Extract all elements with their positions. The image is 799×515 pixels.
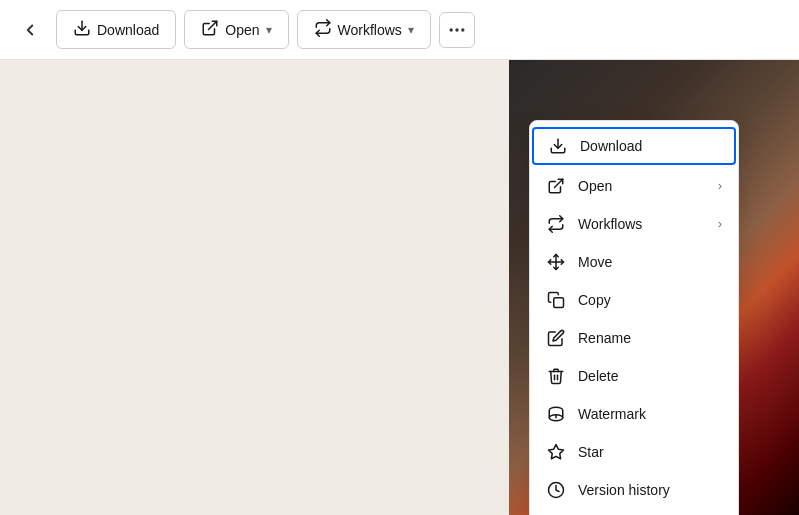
menu-workflows-label: Workflows [578, 216, 642, 232]
version-history-icon [546, 481, 566, 499]
menu-item-delete[interactable]: Delete [530, 357, 738, 395]
download-label: Download [97, 22, 159, 38]
open-icon [201, 19, 219, 40]
workflows-icon [314, 19, 332, 40]
star-icon [546, 443, 566, 461]
svg-point-3 [455, 28, 458, 31]
watermark-icon [546, 405, 566, 423]
workflows-chevron-icon: ▾ [408, 23, 414, 37]
open-submenu-chevron: › [718, 179, 722, 193]
workflows-label: Workflows [338, 22, 402, 38]
menu-open-label: Open [578, 178, 612, 194]
menu-item-version-history[interactable]: Version history [530, 471, 738, 509]
main-content: Download Open › [0, 60, 799, 515]
download-menu-icon [548, 137, 568, 155]
svg-point-2 [449, 28, 452, 31]
rename-icon [546, 329, 566, 347]
download-icon [73, 19, 91, 40]
menu-watermark-label: Watermark [578, 406, 646, 422]
menu-star-label: Star [578, 444, 604, 460]
svg-line-6 [555, 179, 563, 187]
menu-item-star[interactable]: Star [530, 433, 738, 471]
menu-version-history-label: Version history [578, 482, 670, 498]
menu-copy-label: Copy [578, 292, 611, 308]
menu-delete-label: Delete [578, 368, 618, 384]
menu-item-workflows[interactable]: Workflows › [530, 205, 738, 243]
workflows-submenu-chevron: › [718, 217, 722, 231]
menu-download-label: Download [580, 138, 642, 154]
menu-item-open[interactable]: Open › [530, 167, 738, 205]
more-options-button[interactable] [439, 12, 475, 48]
menu-item-copy[interactable]: Copy [530, 281, 738, 319]
workflows-menu-icon [546, 215, 566, 233]
download-button[interactable]: Download [56, 10, 176, 49]
menu-item-rename[interactable]: Rename [530, 319, 738, 357]
menu-item-show-in-finder[interactable]: Show in Finder [530, 509, 738, 515]
menu-rename-label: Rename [578, 330, 631, 346]
toolbar: Download Open ▾ Workflows ▾ [0, 0, 799, 60]
menu-item-download[interactable]: Download [532, 127, 736, 165]
open-label: Open [225, 22, 259, 38]
svg-marker-11 [549, 445, 564, 459]
open-menu-icon [546, 177, 566, 195]
menu-item-watermark[interactable]: Watermark [530, 395, 738, 433]
menu-item-move[interactable]: Move [530, 243, 738, 281]
delete-icon [546, 367, 566, 385]
move-icon [546, 253, 566, 271]
workflows-button[interactable]: Workflows ▾ [297, 10, 431, 49]
open-button[interactable]: Open ▾ [184, 10, 288, 49]
context-menu: Download Open › [529, 120, 739, 515]
svg-rect-9 [554, 298, 564, 308]
open-chevron-icon: ▾ [266, 23, 272, 37]
back-button[interactable] [12, 12, 48, 48]
copy-icon [546, 291, 566, 309]
svg-point-4 [461, 28, 464, 31]
svg-line-1 [209, 21, 217, 29]
menu-move-label: Move [578, 254, 612, 270]
